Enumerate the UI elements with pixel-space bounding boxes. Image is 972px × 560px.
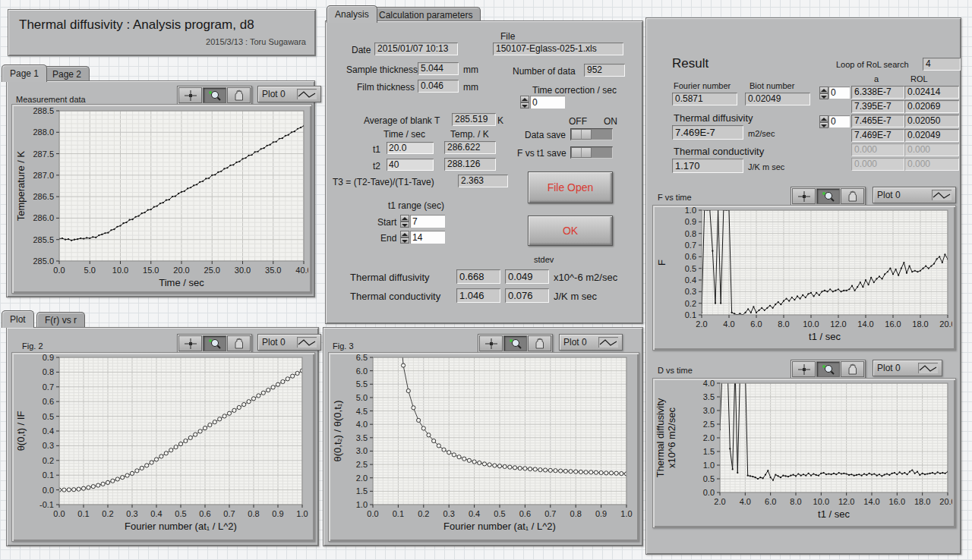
svg-text:12.0: 12.0 — [838, 497, 854, 506]
tab-analysis[interactable]: Analysis — [327, 5, 377, 23]
crosshair-tool-button[interactable] — [178, 87, 202, 103]
svg-text:0.3: 0.3 — [443, 509, 455, 518]
t3-indicator: 2.363 — [458, 175, 508, 187]
loop-of-rol-search-indicator: 4 — [923, 58, 961, 71]
table-cell-a: 0.000 — [851, 143, 904, 156]
start-label: Start — [377, 217, 396, 228]
end-input[interactable] — [410, 231, 445, 244]
plot-legend[interactable]: Plot 0 — [257, 86, 321, 102]
fig3-graph[interactable]: 0.00.10.20.30.40.50.60.70.80.91.01.01.52… — [328, 352, 639, 542]
column-rol-header: ROL — [910, 74, 928, 83]
tab-page-1[interactable]: Page 1 — [2, 64, 47, 82]
crosshair-tool-button[interactable] — [792, 188, 816, 204]
svg-text:0.1: 0.1 — [43, 470, 54, 480]
zoom-tool-button[interactable] — [203, 335, 226, 351]
zoom-tool-button[interactable] — [816, 361, 840, 377]
measurement-graph[interactable]: 0.05.010.015.020.025.030.035.040.0285.02… — [11, 104, 312, 294]
tab-plot[interactable]: Plot — [2, 310, 34, 328]
date-label: Date — [352, 45, 371, 55]
svg-text:0.0: 0.0 — [53, 266, 65, 275]
fig2-graph[interactable]: 0.00.10.20.30.40.50.60.70.80.91.0-0.10.0… — [11, 352, 315, 542]
start-spinner[interactable] — [400, 215, 409, 228]
pan-tool-button[interactable] — [841, 361, 864, 377]
table-cell-rol: 0.02050 — [904, 115, 959, 127]
pan-tool-button[interactable] — [841, 188, 864, 204]
svg-text:15.0: 15.0 — [143, 266, 159, 275]
svg-text:0.5: 0.5 — [175, 509, 186, 518]
svg-text:4.0: 4.0 — [703, 379, 715, 388]
svg-text:0.5: 0.5 — [494, 509, 505, 518]
thermal-diffusivity-label: Thermal diffusivity — [350, 272, 430, 283]
zoom-tool-button[interactable] — [203, 87, 226, 103]
biot-number-label: Biot number — [750, 81, 794, 90]
result-thermal-conductivity-value: 1.170 — [672, 159, 743, 173]
end-spinner[interactable] — [400, 231, 409, 244]
svg-text:20.0: 20.0 — [939, 319, 952, 329]
crosshair-tool-button[interactable] — [792, 361, 816, 377]
column-a-header: a — [874, 74, 879, 83]
fig2-chart-svg: 0.00.10.20.30.40.50.60.70.80.91.0-0.10.0… — [12, 353, 311, 536]
ok-button[interactable]: OK — [528, 216, 613, 246]
fig3-chart-svg: 0.00.10.20.30.40.50.60.70.80.91.01.01.52… — [329, 353, 636, 536]
svg-text:2.5: 2.5 — [703, 420, 715, 429]
crosshair-icon — [484, 338, 499, 350]
rol-index-input-2[interactable] — [828, 115, 850, 127]
svg-text:6.5: 6.5 — [356, 353, 368, 362]
t2-label: t2 — [373, 161, 380, 171]
rol-spinner-2[interactable] — [819, 115, 828, 128]
crosshair-tool-button[interactable] — [479, 335, 503, 351]
time-correction-spinner[interactable] — [520, 96, 529, 109]
plot-legend[interactable]: Plot 0 — [873, 187, 956, 203]
svg-text:12.0: 12.0 — [830, 319, 846, 329]
tab-fr-vs-r[interactable]: F(r) vs r — [36, 312, 85, 328]
result-heading: Result — [672, 56, 708, 71]
svg-text:16.0: 16.0 — [889, 497, 905, 506]
pan-tool-button[interactable] — [528, 335, 551, 351]
hand-icon — [845, 363, 860, 376]
avg-blank-indicator: 285.519 — [452, 113, 496, 126]
svg-text:3.0: 3.0 — [703, 406, 715, 415]
temp-column-header: Temp. / K — [450, 129, 489, 140]
file-open-button[interactable]: File Open — [528, 171, 613, 203]
measurement-panel: Measurement data Plot 0 0.05.010.015.020… — [6, 80, 315, 297]
plot-legend[interactable]: Plot 0 — [257, 334, 321, 351]
svg-text:286.0: 286.0 — [33, 213, 54, 222]
pan-tool-button[interactable] — [227, 87, 251, 103]
rol-spinner-1[interactable] — [819, 87, 828, 99]
fig2-label: Fig. 2 — [22, 341, 43, 351]
svg-text:0.9: 0.9 — [595, 509, 607, 518]
svg-text:2.0: 2.0 — [356, 473, 368, 483]
f-vs-t1-save-toggle[interactable] — [570, 146, 613, 159]
t3-label: T3 = (T2-Tave)/(T1-Tave) — [333, 177, 434, 187]
t1-time-input[interactable] — [387, 142, 434, 154]
svg-text:10.0: 10.0 — [112, 266, 128, 275]
result-thermal-diffusivity-unit: m2/sec — [748, 129, 775, 138]
result-panel: Result Fourier number 0.5871 Biot number… — [645, 17, 961, 555]
svg-text:0.0: 0.0 — [703, 488, 715, 497]
stdev-label: stdev — [534, 255, 554, 264]
zoom-tool-button[interactable] — [816, 188, 840, 204]
svg-text:5.5: 5.5 — [356, 379, 368, 389]
t2-time-input[interactable] — [387, 159, 434, 171]
svg-text:20.0: 20.0 — [173, 266, 189, 275]
plot-legend[interactable]: Plot 0 — [873, 360, 942, 376]
tab-page-2[interactable]: Page 2 — [44, 66, 90, 82]
svg-text:0.8: 0.8 — [43, 367, 54, 376]
time-correction-input[interactable] — [530, 96, 565, 109]
pan-tool-button[interactable] — [227, 335, 251, 351]
svg-text:0.4: 0.4 — [469, 509, 480, 518]
data-save-toggle[interactable] — [570, 128, 613, 140]
svg-text:30.0: 30.0 — [235, 266, 251, 275]
zoom-tool-button[interactable] — [503, 335, 527, 351]
end-label: End — [380, 233, 396, 244]
rol-index-input-1[interactable] — [828, 87, 850, 99]
svg-text:0.1: 0.1 — [393, 509, 404, 518]
svg-text:0.6: 0.6 — [519, 509, 531, 518]
svg-text:16.0: 16.0 — [885, 319, 901, 329]
svg-text:1.5: 1.5 — [356, 486, 368, 496]
start-input[interactable] — [410, 215, 445, 228]
d-vs-time-graph[interactable]: 2.04.06.08.010.012.014.016.018.020.00.00… — [652, 378, 956, 528]
crosshair-tool-button[interactable] — [178, 335, 202, 351]
plot-legend[interactable]: Plot 0 — [559, 334, 623, 351]
f-vs-time-graph[interactable]: 2.04.06.08.010.012.014.016.018.020.00.10… — [652, 205, 956, 351]
